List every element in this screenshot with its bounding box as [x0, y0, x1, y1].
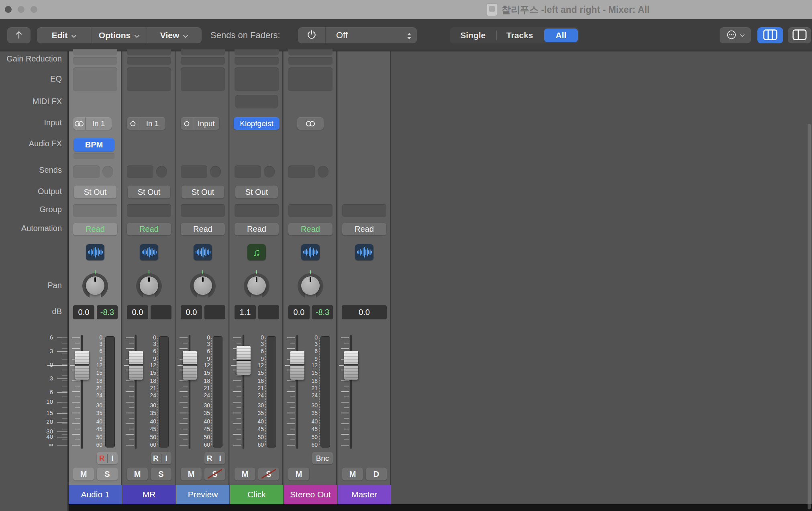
solo-button[interactable]: S [97, 468, 118, 480]
narrow-channel-strip-view-button[interactable] [788, 27, 811, 43]
close-button[interactable] [5, 6, 12, 13]
more-options-button[interactable] [720, 27, 751, 43]
mute-button[interactable]: M [181, 468, 202, 480]
output-button[interactable]: St Out [128, 186, 170, 198]
fader-cap[interactable] [290, 351, 304, 380]
mute-button[interactable]: M [127, 468, 148, 480]
volume-value[interactable]: 0.0 [181, 305, 202, 319]
input-button[interactable]: In 1 [127, 117, 165, 130]
eq-slot[interactable] [181, 67, 225, 91]
send-level-knob[interactable] [264, 166, 275, 178]
send-level-knob[interactable] [156, 166, 167, 178]
sends-power-button[interactable] [298, 27, 326, 43]
group-slot[interactable] [288, 204, 333, 217]
channel-name[interactable]: Audio 1 [69, 485, 122, 504]
peak-value[interactable]: -8.3 [312, 305, 333, 319]
plugin-slot-partial[interactable] [288, 49, 333, 55]
minimize-button[interactable] [18, 6, 24, 13]
volume-value[interactable]: 0.0 [288, 305, 310, 319]
input-button[interactable] [297, 117, 324, 130]
eq-slot[interactable] [127, 67, 171, 91]
send-slot[interactable] [127, 166, 153, 178]
fader-cap[interactable] [129, 351, 143, 380]
dim-button[interactable]: D [366, 468, 387, 480]
group-slot[interactable] [342, 204, 386, 217]
record-enable-button[interactable]: R [97, 454, 108, 463]
solo-button[interactable]: S [258, 468, 279, 480]
waveform-icon[interactable] [86, 244, 104, 260]
mute-button[interactable]: M [342, 468, 363, 480]
fader-cap[interactable] [237, 346, 251, 375]
input-button[interactable]: In 1 [73, 117, 112, 130]
waveform-icon[interactable] [194, 244, 212, 260]
mute-button[interactable]: M [288, 468, 309, 480]
peak-value[interactable] [204, 305, 225, 319]
group-slot[interactable] [73, 204, 117, 217]
instrument-button[interactable]: Klopfgeist [234, 117, 280, 130]
group-slot[interactable] [127, 204, 171, 217]
channel-name[interactable]: Master [338, 485, 391, 504]
channel-name[interactable]: Stereo Out [284, 485, 337, 504]
gain-reduction-slot[interactable] [235, 57, 279, 65]
gain-reduction-slot[interactable] [73, 57, 117, 65]
input-monitor-button[interactable]: I [161, 454, 172, 463]
input-button[interactable]: Input [181, 117, 219, 130]
peak-value[interactable]: -8.3 [97, 305, 118, 319]
send-level-knob[interactable] [318, 166, 328, 178]
send-level-knob[interactable] [210, 166, 221, 178]
segment-all[interactable]: All [544, 29, 578, 42]
menu-view[interactable]: View [147, 27, 202, 43]
solo-button[interactable]: S [151, 468, 171, 480]
record-enable-button[interactable]: R [204, 454, 215, 463]
fader-cap[interactable] [344, 351, 358, 380]
mute-button[interactable]: M [73, 468, 94, 480]
channel-name[interactable]: MR [122, 485, 175, 504]
eq-slot[interactable] [288, 67, 333, 91]
volume-value[interactable]: 1.1 [235, 305, 256, 319]
output-button[interactable]: St Out [182, 186, 224, 198]
output-button[interactable]: St Out [235, 186, 278, 198]
send-level-knob[interactable] [102, 166, 113, 178]
audio-fx-slot-partial[interactable] [73, 153, 114, 159]
eq-slot[interactable] [235, 67, 279, 91]
audio-fx-plugin-button[interactable]: BPM [73, 138, 114, 151]
volume-value[interactable]: 0.0 [73, 305, 94, 319]
vertical-scrollbar[interactable] [808, 124, 811, 509]
segment-single[interactable]: Single [450, 27, 496, 43]
send-slot[interactable] [235, 166, 261, 178]
automation-mode-button[interactable]: Read [342, 223, 386, 235]
mute-button[interactable]: M [235, 468, 255, 480]
plugin-slot-partial[interactable] [73, 49, 117, 55]
automation-mode-button[interactable]: Read [288, 223, 333, 235]
automation-mode-button[interactable]: Read [73, 223, 117, 235]
peak-value[interactable] [151, 305, 171, 319]
send-slot[interactable] [288, 166, 315, 178]
bounce-button[interactable]: Bnc [312, 452, 333, 464]
menu-options[interactable]: Options [92, 27, 147, 43]
input-monitor-button[interactable]: I [215, 454, 226, 463]
record-enable-button[interactable]: R [151, 454, 161, 463]
note-icon[interactable]: ♫ [247, 244, 266, 260]
plugin-slot-partial[interactable] [127, 49, 171, 55]
eq-slot[interactable] [73, 67, 117, 91]
wide-channel-strip-view-button[interactable] [757, 27, 783, 43]
zoom-button[interactable] [31, 6, 37, 13]
go-to-parent-button[interactable] [7, 27, 31, 43]
waveform-icon[interactable] [355, 244, 373, 260]
fader-cap[interactable] [183, 351, 197, 380]
volume-value[interactable]: 0.0 [342, 305, 387, 319]
plugin-slot-partial[interactable] [235, 49, 279, 55]
plugin-slot-partial[interactable] [181, 49, 225, 55]
input-monitor-button[interactable]: I [108, 454, 118, 463]
gain-reduction-slot[interactable] [181, 57, 225, 65]
automation-mode-button[interactable]: Read [181, 223, 225, 235]
gain-reduction-slot[interactable] [127, 57, 171, 65]
group-slot[interactable] [235, 204, 279, 217]
waveform-icon[interactable] [140, 244, 158, 260]
gain-reduction-slot[interactable] [288, 57, 333, 65]
output-button[interactable]: St Out [74, 186, 116, 198]
midi-fx-slot[interactable] [235, 95, 278, 108]
sends-mode-dropdown[interactable]: Off [326, 27, 417, 43]
automation-mode-button[interactable]: Read [235, 223, 279, 235]
menu-edit[interactable]: Edit [37, 27, 92, 43]
